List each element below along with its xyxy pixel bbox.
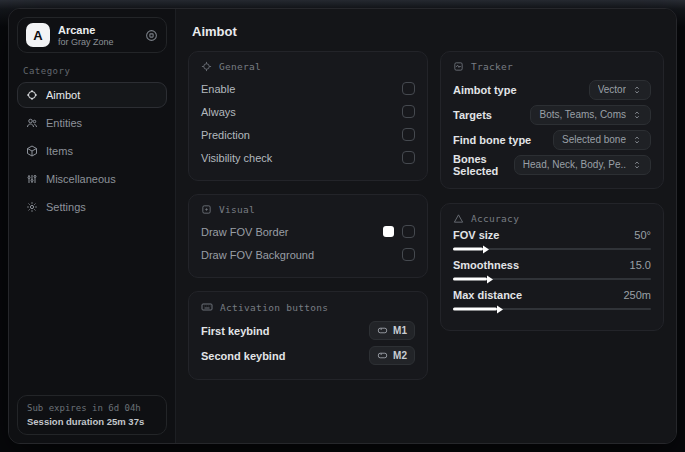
fov-border-checkbox[interactable] (402, 225, 415, 238)
sidebar-item-entities[interactable]: Entities (17, 110, 167, 136)
prediction-checkbox[interactable] (402, 128, 415, 141)
general-row-prediction: Prediction (201, 123, 415, 146)
page-title: Aimbot (176, 9, 676, 47)
targets-select[interactable]: Bots, Teams, Coms (530, 105, 651, 125)
brand-action-icon[interactable] (145, 29, 158, 42)
general-card-header: General (201, 61, 415, 72)
section-title: Visual (219, 204, 255, 215)
general-card: General Enable Always Prediction (188, 51, 428, 181)
row-label: Draw FOV Background (201, 249, 314, 261)
aimbot-type-select[interactable]: Vector (589, 80, 651, 100)
slider-fill (453, 308, 497, 311)
slider-fill (453, 248, 483, 251)
section-title: Accuracy (471, 213, 519, 224)
keybind-value: M2 (393, 350, 407, 361)
activation-row-first-keybind: First keybind M1 (201, 318, 415, 343)
row-label: Prediction (201, 129, 250, 141)
row-controls (383, 225, 415, 238)
unfold-icon (632, 110, 642, 120)
select-value: Head, Neck, Body, Pe.. (523, 159, 626, 170)
activation-row-second-keybind: Second keybind M2 (201, 343, 415, 368)
sidebar-item-aimbot[interactable]: Aimbot (17, 82, 167, 108)
sliders-icon (26, 173, 38, 185)
row-label: FOV size (453, 229, 499, 241)
tracker-row-aimbot-type: Aimbot type Vector (453, 77, 651, 102)
row-label: Find bone type (453, 134, 531, 146)
accuracy-card-header: Accuracy (453, 213, 651, 224)
sidebar-item-items[interactable]: Items (17, 138, 167, 164)
visual-row-fov-border: Draw FOV Border (201, 220, 415, 243)
left-column: General Enable Always Prediction (188, 51, 428, 380)
slider-header: Max distance 250m (453, 289, 651, 301)
fov-border-color-swatch[interactable] (383, 226, 394, 237)
sidebar-item-label: Aimbot (46, 89, 80, 101)
brand-name: Arcane (58, 24, 114, 36)
tracker-row-bones-selected: Bones Selected Head, Neck, Body, Pe.. (453, 152, 651, 177)
first-keybind-button[interactable]: M1 (369, 321, 415, 340)
row-label: Second keybind (201, 350, 285, 362)
sidebar: A Arcane for Gray Zone Category Aimbot (9, 9, 176, 443)
tracker-card: Tracker Aimbot type Vector Targets (440, 51, 664, 189)
select-value: Selected bone (562, 134, 626, 145)
fov-background-checkbox[interactable] (402, 248, 415, 261)
session-duration-text: Session duration 25m 37s (27, 416, 157, 427)
sidebar-item-label: Settings (46, 201, 86, 213)
box-icon (26, 145, 38, 157)
row-label: Smoothness (453, 259, 519, 271)
visual-row-fov-background: Draw FOV Background (201, 243, 415, 266)
brand-subtitle: for Gray Zone (58, 37, 114, 47)
keyboard-icon (201, 301, 213, 313)
menu-window: A Arcane for Gray Zone Category Aimbot (8, 8, 677, 444)
frame-dot-icon (201, 204, 212, 215)
arcane-logo: A (26, 23, 50, 47)
sidebar-item-miscellaneous[interactable]: Miscellaneous (17, 166, 167, 192)
row-label: Aimbot type (453, 84, 517, 96)
smoothness-slider[interactable] (453, 278, 651, 280)
sidebar-item-label: Items (46, 145, 73, 157)
second-keybind-button[interactable]: M2 (369, 346, 415, 365)
crosshair-icon (201, 61, 212, 72)
row-label: Enable (201, 83, 235, 95)
row-label: First keybind (201, 325, 269, 337)
row-label: Targets (453, 109, 492, 121)
crosshair-icon (26, 89, 38, 101)
unfold-icon (632, 135, 642, 145)
tracker-card-header: Tracker (453, 61, 651, 72)
row-label: Visibility check (201, 152, 272, 164)
row-label: Max distance (453, 289, 522, 301)
fov-size-slider[interactable] (453, 248, 651, 250)
visibility-check-checkbox[interactable] (402, 151, 415, 164)
always-checkbox[interactable] (402, 105, 415, 118)
general-row-enable: Enable (201, 77, 415, 100)
mouse-icon (377, 350, 388, 361)
select-value: Bots, Teams, Coms (539, 109, 626, 120)
right-column: Tracker Aimbot type Vector Targets (440, 51, 664, 380)
brand-text: Arcane for Gray Zone (58, 24, 114, 47)
fov-size-row: FOV size 50° (453, 229, 651, 250)
triangle-icon (453, 213, 464, 224)
find-bone-type-select[interactable]: Selected bone (553, 130, 651, 150)
users-icon (26, 117, 38, 129)
section-title: Activation buttons (220, 302, 328, 313)
section-title: Tracker (471, 61, 513, 72)
max-distance-value: 250m (623, 289, 651, 301)
main-content: Aimbot General Enable Al (176, 9, 676, 443)
unfold-icon (632, 160, 642, 170)
smoothness-row: Smoothness 15.0 (453, 259, 651, 280)
row-label: Always (201, 106, 236, 118)
sidebar-item-settings[interactable]: Settings (17, 194, 167, 220)
visual-card-header: Visual (201, 204, 415, 215)
activation-buttons-card: Activation buttons First keybind M1 Seco… (188, 291, 428, 380)
enable-checkbox[interactable] (402, 82, 415, 95)
max-distance-slider[interactable] (453, 308, 651, 310)
logo-letter: A (33, 28, 42, 43)
gear-icon (26, 201, 38, 213)
general-row-visibility-check: Visibility check (201, 146, 415, 169)
max-distance-row: Max distance 250m (453, 289, 651, 310)
bones-selected-select[interactable]: Head, Neck, Body, Pe.. (514, 155, 651, 175)
tracker-row-find-bone-type: Find bone type Selected bone (453, 127, 651, 152)
unfold-icon (632, 85, 642, 95)
fov-size-value: 50° (634, 229, 651, 241)
select-value: Vector (598, 84, 626, 95)
keybind-value: M1 (393, 325, 407, 336)
